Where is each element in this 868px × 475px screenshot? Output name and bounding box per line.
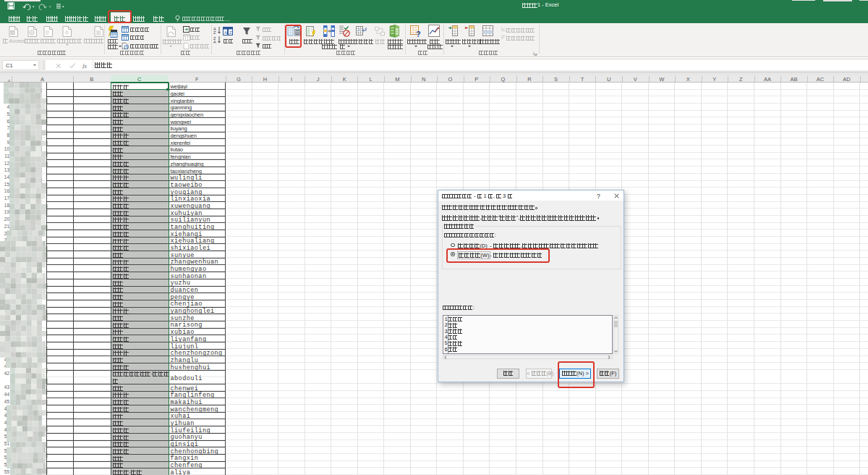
svg-text:Z: Z — [229, 30, 232, 35]
svg-text:A: A — [213, 40, 216, 44]
svg-text:Z: Z — [213, 30, 216, 35]
svg-text:A: A — [12, 30, 14, 35]
svg-text:A: A — [224, 30, 227, 35]
svg-text:?: ? — [416, 30, 421, 38]
svg-text:fx: fx — [82, 62, 87, 69]
